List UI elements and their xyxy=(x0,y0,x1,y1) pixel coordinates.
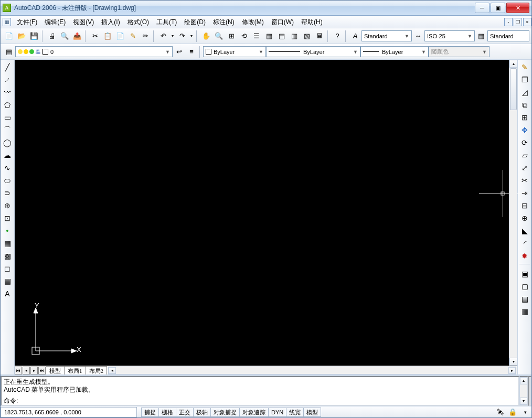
plot-button[interactable]: 🖨 xyxy=(46,30,58,42)
make-block-button[interactable]: ⊡ xyxy=(2,212,13,224)
zoom-window-button[interactable]: ⊞ xyxy=(226,30,237,42)
command-resize-grip[interactable] xyxy=(528,376,531,406)
polygon-button[interactable]: ⬠ xyxy=(2,99,13,111)
status-dyn[interactable]: DYN xyxy=(268,408,286,417)
tab-model[interactable]: 模型 xyxy=(46,366,65,374)
quickcalc-button[interactable]: 🖩 xyxy=(314,30,325,42)
save-button[interactable]: 💾 xyxy=(28,30,40,42)
plot-preview-button[interactable]: 🔍 xyxy=(59,30,70,42)
menu-insert[interactable]: 插入(I) xyxy=(98,16,123,28)
status-polar[interactable]: 极轴 xyxy=(193,408,211,417)
text-style-icon[interactable]: A xyxy=(349,30,361,42)
menu-dimension[interactable]: 标注(N) xyxy=(209,16,238,28)
text-style-combo[interactable]: Standard▼ xyxy=(361,30,412,41)
layer-states-button[interactable]: ≡ xyxy=(186,46,197,58)
zoom-previous-button[interactable]: ⟲ xyxy=(238,30,250,42)
menu-help[interactable]: 帮助(H) xyxy=(297,16,326,28)
scroll-up-button[interactable]: ▴ xyxy=(509,60,517,68)
table-button[interactable]: ▤ xyxy=(2,275,13,287)
status-otrack[interactable]: 对象追踪 xyxy=(239,408,269,417)
point-button[interactable]: • xyxy=(2,225,13,237)
menu-window[interactable]: 窗口(W) xyxy=(268,16,297,28)
spline-button[interactable]: ∿ xyxy=(2,162,13,174)
ellipse-arc-button[interactable]: ⊃ xyxy=(2,187,13,199)
window-maximize-button[interactable]: ▣ xyxy=(491,3,505,13)
menu-format[interactable]: 格式(O) xyxy=(124,16,153,28)
mdi-restore-button[interactable]: ❐ xyxy=(514,18,522,26)
linetype-combo[interactable]: ByLayer ▼ xyxy=(266,46,360,57)
layer-previous-button[interactable]: ↩ xyxy=(173,46,185,58)
gradient-button[interactable]: ▩ xyxy=(2,250,13,262)
circle-button[interactable]: ◯ xyxy=(2,137,13,148)
draworder3-button[interactable]: ▤ xyxy=(519,293,530,305)
rectangle-button[interactable]: ▭ xyxy=(2,112,13,123)
mirror-button[interactable]: ◿ xyxy=(519,87,530,98)
hatch-button[interactable]: ▦ xyxy=(2,238,13,249)
lock-ui-icon[interactable]: 🔒 xyxy=(507,406,518,418)
move-button[interactable]: ✥ xyxy=(519,124,530,136)
drawing-canvas[interactable]: Y X xyxy=(15,60,509,366)
status-model[interactable]: 模型 xyxy=(303,408,321,417)
line-button[interactable]: ╱ xyxy=(2,61,13,73)
layer-combo[interactable]: 🖶 0 ▼ xyxy=(15,46,173,57)
zoom-realtime-button[interactable]: 🔍 xyxy=(213,30,225,42)
dim-style-icon[interactable]: ↔ xyxy=(412,30,424,42)
break-button[interactable]: ⊟ xyxy=(519,200,530,211)
draworder-button[interactable]: ▣ xyxy=(519,268,530,280)
table-style-combo[interactable]: Standard xyxy=(487,30,529,41)
color-combo[interactable]: ByLayer ▼ xyxy=(203,46,266,57)
lineweight-combo[interactable]: ByLayer ▼ xyxy=(360,46,429,57)
cmd-scroll-down[interactable]: ▾ xyxy=(520,398,527,405)
new-button[interactable]: 📄 xyxy=(3,30,15,42)
tab-last-button[interactable]: ⏭ xyxy=(38,367,46,374)
menu-edit[interactable]: 编辑(E) xyxy=(41,16,69,28)
window-minimize-button[interactable]: ─ xyxy=(475,3,490,13)
trim-button[interactable]: ✂ xyxy=(519,175,530,186)
properties-button[interactable]: ☰ xyxy=(251,30,262,42)
draworder2-button[interactable]: ▢ xyxy=(519,281,530,292)
ellipse-button[interactable]: ⬭ xyxy=(2,175,13,186)
status-tray-dropdown[interactable]: ▾ xyxy=(519,406,531,418)
vertical-scrollbar[interactable]: ▴ ▾ xyxy=(509,60,517,366)
status-snap[interactable]: 捕捉 xyxy=(141,408,159,417)
undo-button[interactable]: ↶ xyxy=(157,30,169,42)
cut-button[interactable]: ✂ xyxy=(89,30,101,42)
status-ortho[interactable]: 正交 xyxy=(176,408,194,417)
hscroll-right-button[interactable]: ▸ xyxy=(508,367,516,374)
tab-prev-button[interactable]: ◂ xyxy=(23,367,30,374)
explode-button[interactable]: ✸ xyxy=(519,250,530,262)
extend-button[interactable]: ⇥ xyxy=(519,187,530,199)
status-coords[interactable]: 1823.7513, 665.0609 , 0.0000 xyxy=(1,407,137,417)
menu-view[interactable]: 视图(V) xyxy=(69,16,98,28)
xline-button[interactable]: ⟋ xyxy=(2,74,13,85)
vscroll-thumb[interactable] xyxy=(510,68,517,110)
cmd-scroll-up[interactable]: ▴ xyxy=(520,377,527,384)
tab-first-button[interactable]: ⏮ xyxy=(15,367,22,374)
tab-next-button[interactable]: ▸ xyxy=(30,367,38,374)
stretch-button[interactable]: ⤢ xyxy=(519,162,530,174)
status-lwt[interactable]: 线宽 xyxy=(286,408,304,417)
mdi-doc-icon[interactable]: ▦ xyxy=(3,18,11,26)
rotate-button[interactable]: ⟳ xyxy=(519,137,530,148)
redo-dropdown[interactable]: ▾ xyxy=(189,30,194,42)
paste-button[interactable]: 📄 xyxy=(114,30,126,42)
tool-palettes-button[interactable]: ▤ xyxy=(276,30,288,42)
mdi-close-button[interactable]: × xyxy=(523,18,531,26)
command-scrollbar[interactable]: ▴ ▾ xyxy=(519,376,528,406)
horizontal-scrollbar[interactable]: ◂ ▸ xyxy=(108,367,516,374)
mtext-button[interactable]: A xyxy=(2,288,13,299)
table-style-icon[interactable]: ▦ xyxy=(475,30,487,42)
undo-dropdown[interactable]: ▾ xyxy=(170,30,175,42)
erase-button[interactable]: ✎ xyxy=(519,61,530,73)
design-center-button[interactable]: ▦ xyxy=(263,30,275,42)
plotstyle-combo[interactable]: 随颜色 ▼ xyxy=(429,46,490,57)
help-button[interactable]: ? xyxy=(332,30,343,42)
menu-modify[interactable]: 修改(M) xyxy=(238,16,268,28)
redo-button[interactable]: ↷ xyxy=(176,30,188,42)
region-button[interactable]: ◻ xyxy=(2,263,13,274)
tab-layout2[interactable]: 布局2 xyxy=(86,366,108,374)
dim-style-combo[interactable]: ISO-25▼ xyxy=(424,30,475,41)
menu-draw[interactable]: 绘图(D) xyxy=(180,16,209,28)
mdi-minimize-button[interactable]: - xyxy=(504,18,513,26)
draworder4-button[interactable]: ▥ xyxy=(519,306,530,317)
